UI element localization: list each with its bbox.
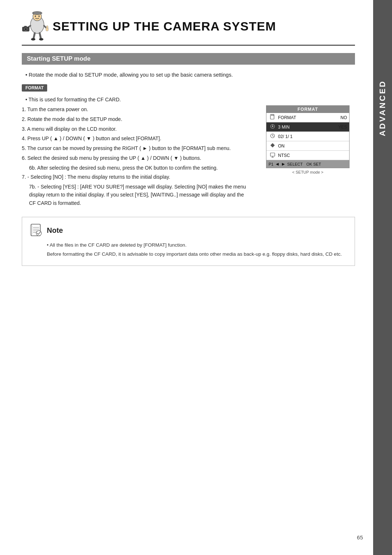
svg-point-4 bbox=[35, 16, 36, 17]
diagram-column: FORMAT FORMAT NO bbox=[261, 105, 355, 208]
steps-column: 1. Turn the camera power on. 2. Rotate t… bbox=[22, 105, 250, 208]
section-subtitle: Starting SETUP mode bbox=[22, 53, 355, 65]
note-icon bbox=[29, 223, 43, 238]
svg-rect-32 bbox=[30, 226, 32, 235]
list-item: 6. Select the desired sub menu by pressi… bbox=[22, 154, 250, 163]
select-label: SELECT bbox=[287, 162, 303, 166]
svg-rect-12 bbox=[46, 26, 48, 28]
p1-label: P1 bbox=[269, 162, 273, 166]
svg-marker-27 bbox=[270, 143, 275, 147]
svg-point-16 bbox=[39, 38, 44, 41]
diagram-row-label: NTSC bbox=[277, 153, 336, 158]
note-line-1: All the files in the CF CARD are deleted… bbox=[47, 241, 348, 249]
svg-point-15 bbox=[31, 38, 36, 41]
right-arrow-icon: ► bbox=[281, 161, 286, 167]
format-row-icon bbox=[269, 152, 277, 159]
diagram-row-label: ON bbox=[277, 143, 336, 149]
diagram-row-label: 02/ 1/ 1 bbox=[277, 134, 336, 139]
diagram-row: NTSC bbox=[266, 151, 349, 160]
page-number: 65 bbox=[357, 534, 363, 540]
format-diagram: FORMAT FORMAT NO bbox=[266, 105, 350, 168]
diagram-caption: < SETUP mode > bbox=[292, 170, 323, 174]
advanced-bar: ADVANCED bbox=[373, 0, 392, 555]
list-item: 3. A menu will display on the LCD monito… bbox=[22, 125, 250, 134]
svg-rect-19 bbox=[272, 114, 273, 116]
diagram-row-label: 3 MIN bbox=[277, 125, 336, 130]
svg-point-9 bbox=[25, 28, 27, 31]
list-item: 7. - Selecting [NO] : The menu display r… bbox=[22, 173, 250, 182]
note-line-2: Before formatting the CF CARD, it is adv… bbox=[47, 250, 348, 258]
note-box: Note All the files in the CF CARD are de… bbox=[22, 217, 355, 266]
format-row-icon bbox=[269, 133, 277, 140]
diagram-title: FORMAT bbox=[266, 106, 349, 113]
diagram-bottom-bar: P1 ◄ ► SELECT OK SET bbox=[266, 160, 349, 168]
diagram-row-label: FORMAT bbox=[277, 115, 336, 120]
advanced-bar-text: ADVANCED bbox=[378, 80, 387, 136]
format-row-icon bbox=[269, 123, 277, 130]
list-item: 4. Press UP ( ▲ ) / DOWN ( ▼ ) button an… bbox=[22, 134, 250, 143]
format-label-badge: FORMAT bbox=[22, 84, 355, 97]
left-arrow-icon: ◄ bbox=[275, 161, 279, 167]
page-header: SETTING UP THE CAMERA SYSTEM bbox=[22, 11, 355, 46]
list-item: 1. Turn the camera power on. bbox=[22, 105, 250, 114]
list-item: 6b. After selecting the desired sub menu… bbox=[29, 164, 250, 172]
svg-line-26 bbox=[273, 136, 274, 137]
note-title: Note bbox=[47, 226, 63, 235]
diagram-row: 02/ 1/ 1 bbox=[266, 132, 349, 141]
diagram-row: FORMAT NO bbox=[266, 113, 349, 122]
format-row-icon bbox=[269, 114, 277, 121]
svg-line-13 bbox=[33, 33, 34, 39]
format-row-icon bbox=[269, 142, 277, 149]
note-content: All the files in the CF CARD are deleted… bbox=[29, 241, 348, 259]
svg-line-14 bbox=[40, 33, 41, 39]
svg-rect-10 bbox=[24, 26, 27, 27]
svg-rect-28 bbox=[270, 153, 275, 156]
format-description: This is used for formatting the CF CARD. bbox=[22, 97, 355, 102]
diagram-row: 3 MIN YES bbox=[266, 122, 349, 132]
list-item: 7b. - Selecting [YES] : [ARE YOU SURE?] … bbox=[29, 183, 250, 207]
list-item: 2. Rotate the mode dial to the SETUP mod… bbox=[22, 115, 250, 124]
svg-rect-3 bbox=[33, 12, 41, 15]
intro-bullet: Rotate the mode dial to SETUP mode, allo… bbox=[22, 72, 355, 78]
svg-point-5 bbox=[38, 16, 40, 17]
diagram-row: ON bbox=[266, 141, 349, 151]
camera-person-icon bbox=[22, 11, 53, 42]
list-item: 5. The cursor can be moved by pressing t… bbox=[22, 144, 250, 153]
page-title: SETTING UP THE CAMERA SYSTEM bbox=[53, 19, 276, 33]
diagram-row-value: YES bbox=[336, 125, 347, 130]
diagram-row-value: NO bbox=[336, 115, 347, 120]
ok-set-label: OK SET bbox=[306, 162, 321, 166]
svg-rect-18 bbox=[271, 114, 272, 116]
svg-rect-20 bbox=[273, 114, 274, 116]
